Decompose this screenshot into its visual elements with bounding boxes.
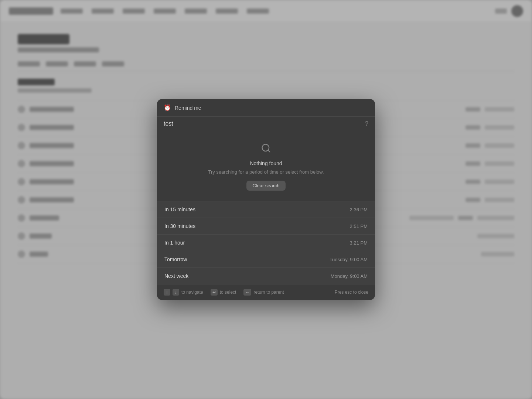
option-label: In 30 minutes bbox=[164, 223, 195, 229]
remind-me-icon: ⏰ bbox=[164, 104, 171, 111]
option-tomorrow[interactable]: Tomorrow Tuesday, 9:00 AM bbox=[157, 251, 375, 268]
clear-search-button[interactable]: Clear search bbox=[246, 181, 286, 191]
enter-key: ↩ bbox=[211, 289, 218, 296]
option-time: 2:36 PM bbox=[350, 207, 368, 212]
select-hint: ↩ to select bbox=[211, 289, 236, 296]
close-hint: Pres esc to close bbox=[335, 290, 368, 295]
option-time: 2:51 PM bbox=[350, 224, 368, 229]
option-15-minutes[interactable]: In 15 minutes 2:36 PM bbox=[157, 201, 375, 218]
help-icon[interactable]: ? bbox=[365, 120, 368, 127]
modal-header: ⏰ Remind me bbox=[157, 99, 375, 117]
no-results-search-icon bbox=[261, 143, 271, 156]
option-label: In 15 minutes bbox=[164, 207, 195, 212]
nothing-found-title: Nothing found bbox=[250, 160, 282, 166]
back-key: ← bbox=[243, 289, 251, 296]
parent-hint: ← return to parent bbox=[243, 289, 284, 296]
option-1-hour[interactable]: In 1 hour 3:21 PM bbox=[157, 235, 375, 251]
navigate-hint: ↑ ↓ to navigate bbox=[164, 289, 203, 296]
search-input[interactable] bbox=[164, 120, 365, 127]
nothing-found-subtitle: Try searching for a period of time or se… bbox=[208, 169, 324, 175]
arrow-up-key: ↑ bbox=[164, 289, 170, 296]
modal-title: Remind me bbox=[175, 105, 201, 111]
option-label: Tomorrow bbox=[164, 256, 187, 262]
option-label: In 1 hour bbox=[164, 240, 185, 246]
search-row[interactable]: ? bbox=[157, 117, 375, 131]
option-time: Tuesday, 9:00 AM bbox=[330, 257, 368, 262]
select-label: to select bbox=[220, 290, 236, 295]
svg-line-1 bbox=[268, 150, 270, 152]
modal-overlay: ⏰ Remind me ? Nothing found Try searchin… bbox=[0, 0, 532, 399]
option-label: Next week bbox=[164, 273, 188, 279]
option-30-minutes[interactable]: In 30 minutes 2:51 PM bbox=[157, 218, 375, 235]
arrow-down-key: ↓ bbox=[173, 289, 179, 296]
option-time: Monday, 9:00 AM bbox=[331, 273, 368, 279]
remind-me-modal: ⏰ Remind me ? Nothing found Try searchin… bbox=[157, 99, 375, 300]
time-options-list: In 15 minutes 2:36 PM In 30 minutes 2:51… bbox=[157, 201, 375, 284]
no-results-area: Nothing found Try searching for a period… bbox=[157, 131, 375, 201]
navigate-label: to navigate bbox=[181, 290, 203, 295]
parent-label: return to parent bbox=[253, 290, 284, 295]
option-time: 3:21 PM bbox=[350, 240, 368, 246]
option-next-week[interactable]: Next week Monday, 9:00 AM bbox=[157, 268, 375, 284]
modal-footer: ↑ ↓ to navigate ↩ to select ← return to … bbox=[157, 284, 375, 300]
